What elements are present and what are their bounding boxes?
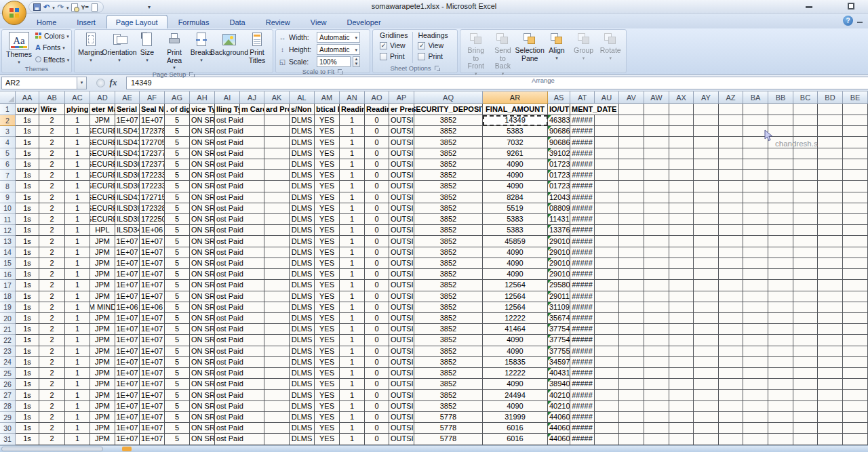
cell[interactable]: 017238 bbox=[548, 159, 570, 170]
cell[interactable] bbox=[619, 104, 644, 115]
cell[interactable] bbox=[619, 258, 644, 269]
cell[interactable] bbox=[818, 313, 843, 324]
cell[interactable]: ost Paid bbox=[215, 170, 240, 181]
cell[interactable] bbox=[694, 225, 719, 236]
cell[interactable]: OUTSIDE bbox=[389, 159, 414, 170]
cell[interactable]: 402105 bbox=[548, 401, 570, 412]
cell[interactable] bbox=[843, 126, 868, 137]
cell[interactable] bbox=[768, 280, 793, 291]
cell[interactable]: OUTSIDE bbox=[389, 236, 414, 247]
cell[interactable]: 3852 bbox=[414, 335, 483, 346]
cell[interactable]: 0 bbox=[365, 368, 389, 379]
cell[interactable]: JPM bbox=[90, 390, 115, 400]
cell[interactable] bbox=[768, 214, 793, 225]
cell[interactable] bbox=[240, 412, 264, 423]
cell[interactable] bbox=[619, 302, 644, 313]
cell[interactable]: ost Paid bbox=[215, 225, 240, 236]
cell[interactable]: JPM bbox=[90, 115, 115, 126]
cell[interactable] bbox=[719, 313, 743, 324]
cell[interactable]: 290105 bbox=[548, 258, 570, 269]
cell[interactable]: 295800 bbox=[548, 280, 570, 291]
cell[interactable] bbox=[818, 291, 843, 302]
cell[interactable] bbox=[669, 236, 694, 247]
cell[interactable]: ost Paid bbox=[215, 379, 240, 390]
cell[interactable]: 1 bbox=[340, 181, 365, 192]
cell[interactable]: FINAL_AMOUNT bbox=[483, 104, 548, 115]
row-header-24[interactable]: 24 bbox=[0, 357, 16, 368]
cell[interactable] bbox=[743, 104, 768, 115]
cell[interactable]: DLMS bbox=[290, 368, 315, 379]
cell[interactable] bbox=[818, 379, 843, 390]
cell[interactable]: 2 bbox=[39, 137, 65, 148]
cell[interactable]: 3852 bbox=[414, 269, 483, 280]
cell[interactable] bbox=[619, 401, 644, 412]
column-header-AV[interactable]: AV bbox=[619, 91, 644, 104]
cell[interactable]: ##### bbox=[570, 225, 595, 236]
cell[interactable]: Seal No bbox=[140, 104, 165, 115]
cell[interactable] bbox=[644, 335, 669, 346]
restore-window-icon[interactable] bbox=[848, 3, 854, 9]
cell[interactable] bbox=[240, 192, 264, 203]
cell[interactable] bbox=[793, 324, 818, 335]
cell[interactable] bbox=[793, 335, 818, 346]
cell[interactable]: 290106 bbox=[548, 247, 570, 258]
cell[interactable]: 1 bbox=[340, 225, 365, 236]
cell[interactable] bbox=[743, 148, 768, 159]
column-header-AA[interactable]: AA bbox=[16, 91, 39, 104]
cell[interactable]: 4090 bbox=[483, 346, 548, 357]
cell[interactable] bbox=[843, 115, 868, 126]
cell[interactable] bbox=[595, 214, 619, 225]
cell[interactable]: 2 bbox=[39, 335, 65, 346]
cell[interactable] bbox=[743, 291, 768, 302]
cell[interactable]: 2 bbox=[39, 269, 65, 280]
cell[interactable]: 1 bbox=[340, 357, 365, 368]
cell[interactable] bbox=[264, 170, 290, 181]
cell[interactable]: 12564 bbox=[483, 280, 548, 291]
cell[interactable] bbox=[595, 236, 619, 247]
cell[interactable] bbox=[768, 247, 793, 258]
cell[interactable]: 4090 bbox=[483, 335, 548, 346]
cell[interactable] bbox=[240, 313, 264, 324]
cell[interactable] bbox=[669, 115, 694, 126]
cell[interactable]: ON SRE bbox=[190, 170, 215, 181]
cell[interactable]: OUTSIDE bbox=[389, 214, 414, 225]
column-header-BE[interactable]: BE bbox=[843, 91, 868, 104]
cell[interactable]: 1E+07 bbox=[115, 423, 140, 434]
cell[interactable]: ON SRE bbox=[190, 346, 215, 357]
column-header-AE[interactable]: AE bbox=[115, 91, 140, 104]
cell[interactable]: 404316 bbox=[548, 368, 570, 379]
cell[interactable] bbox=[818, 104, 843, 115]
row-header-1[interactable]: 1 bbox=[0, 104, 16, 115]
cell[interactable]: 1E+07 bbox=[115, 236, 140, 247]
cell[interactable] bbox=[240, 225, 264, 236]
cell[interactable]: OUTSIDE bbox=[389, 170, 414, 181]
cell[interactable] bbox=[818, 412, 843, 423]
cell[interactable] bbox=[768, 291, 793, 302]
scale-to-fit-dialog-launcher-icon[interactable] bbox=[338, 69, 343, 75]
cell[interactable]: 4090 bbox=[483, 247, 548, 258]
row-header-22[interactable]: 22 bbox=[0, 335, 16, 346]
cell[interactable] bbox=[843, 423, 868, 434]
cell[interactable]: DLMS bbox=[290, 280, 315, 291]
cell[interactable]: ON SRE bbox=[190, 368, 215, 379]
cell[interactable] bbox=[719, 214, 743, 225]
cell[interactable] bbox=[595, 335, 619, 346]
cell[interactable]: YES bbox=[315, 302, 340, 313]
cell[interactable]: YES bbox=[315, 434, 340, 445]
cell[interactable] bbox=[264, 357, 290, 368]
cell[interactable] bbox=[743, 390, 768, 400]
cell[interactable]: 0 bbox=[365, 269, 389, 280]
cell[interactable]: 1s bbox=[16, 401, 39, 412]
cell[interactable] bbox=[644, 324, 669, 335]
cell[interactable]: 5778 bbox=[414, 412, 483, 423]
cell[interactable] bbox=[264, 159, 290, 170]
cell[interactable] bbox=[264, 280, 290, 291]
name-box-dropdown-icon[interactable]: ▾ bbox=[77, 77, 87, 89]
cell[interactable] bbox=[644, 346, 669, 357]
cell[interactable] bbox=[818, 192, 843, 203]
print-preview-icon[interactable] bbox=[71, 3, 78, 12]
cell[interactable]: 24494 bbox=[483, 390, 548, 400]
cell[interactable]: ost Paid bbox=[215, 302, 240, 313]
cell[interactable]: ##### bbox=[570, 247, 595, 258]
cell[interactable] bbox=[743, 280, 768, 291]
